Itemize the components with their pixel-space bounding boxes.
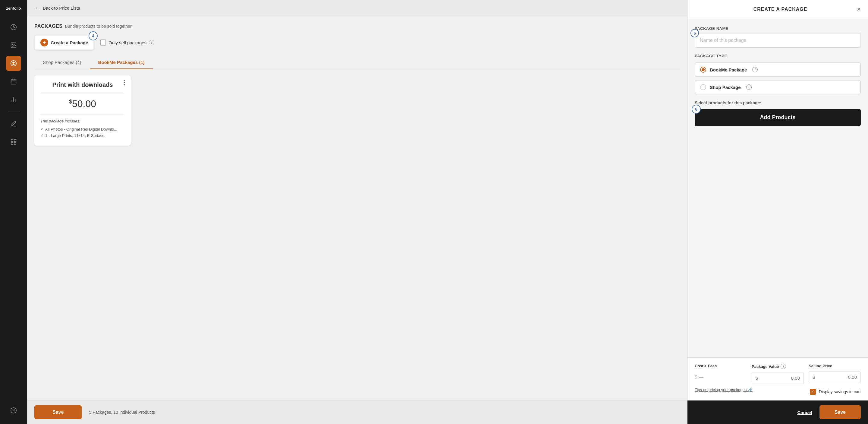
svg-rect-13 xyxy=(14,140,16,142)
tab-shop-packages[interactable]: Shop Packages (4) xyxy=(34,56,90,69)
gallery-icon[interactable] xyxy=(6,38,21,53)
package-name-input[interactable] xyxy=(695,33,861,48)
display-savings-label: Display savings in cart xyxy=(819,389,861,394)
modal-action-bar: Cancel Save xyxy=(687,400,868,424)
back-nav[interactable]: ← Back to Price Lists xyxy=(27,0,687,16)
packages-header: PACKAGES Bundle products to be sold toge… xyxy=(34,24,680,29)
shop-info-icon[interactable]: i xyxy=(746,85,752,90)
plus-icon: + xyxy=(40,39,48,47)
cost-value: $ — xyxy=(695,371,747,383)
pricing-row: Cost + Fees $ — Package Value i $ xyxy=(695,364,861,384)
bookme-radio[interactable] xyxy=(700,67,706,73)
selling-price-label: Selling Price xyxy=(809,364,861,368)
create-package-label: Create a Package xyxy=(51,40,88,45)
only-sell-info-icon[interactable]: i xyxy=(149,40,154,45)
package-value-input[interactable] xyxy=(759,375,800,381)
package-price: $50.00 xyxy=(40,98,125,110)
add-products-button[interactable]: Add Products xyxy=(695,109,861,126)
tips-link[interactable]: Tips on pricing your packages 🔗 xyxy=(695,388,752,392)
dashboard-icon[interactable] xyxy=(6,20,21,35)
bookme-option-label: BookMe Package xyxy=(710,67,747,72)
package-item-1-text: All Photos - Original Res Digital Downlo… xyxy=(45,127,117,131)
selling-price-col: Selling Price $ xyxy=(809,364,861,384)
only-sell-checkbox[interactable] xyxy=(100,39,106,46)
packages-title: PACKAGES xyxy=(34,24,63,29)
only-sell-packages-label[interactable]: Only sell packages i xyxy=(100,39,154,46)
selling-price-input-wrap: $ xyxy=(809,371,861,383)
analytics-icon[interactable] xyxy=(6,92,21,107)
tabs: Shop Packages (4) BookMe Packages (1) xyxy=(34,56,680,69)
package-value-info-icon[interactable]: i xyxy=(781,364,786,369)
display-savings-checkbox[interactable]: ✓ xyxy=(810,389,816,395)
package-item-1: ✓ All Photos - Original Res Digital Down… xyxy=(40,127,125,131)
modal-save-button[interactable]: Save xyxy=(819,405,861,419)
calendar-icon[interactable] xyxy=(6,74,21,89)
bookme-package-option[interactable]: BookMe Package i xyxy=(695,62,861,77)
sidebar: zenfolio xyxy=(0,0,27,424)
content-area: PACKAGES Bundle products to be sold toge… xyxy=(27,16,687,400)
modal-header: CREATE A PACKAGE × xyxy=(687,0,868,19)
checkmark-icon-2: ✓ xyxy=(40,133,43,138)
shop-package-option[interactable]: Shop Package i xyxy=(695,80,861,94)
packages-subtitle: Bundle products to be sold together. xyxy=(65,24,133,29)
sidebar-divider xyxy=(7,112,20,112)
svg-point-2 xyxy=(12,44,13,44)
package-card-name: Print with downloads xyxy=(40,82,125,93)
checkmark-icon-1: ✓ xyxy=(40,127,43,131)
price-value: 50.00 xyxy=(72,98,96,109)
package-includes-label: This package includes: xyxy=(40,119,125,123)
bottom-bar: Save 5 Packages, 10 Individual Products xyxy=(27,400,687,424)
cancel-button[interactable]: Cancel xyxy=(797,410,812,415)
pricing-section: Cost + Fees $ — Package Value i $ xyxy=(687,357,868,400)
shop-option-label: Shop Package xyxy=(710,85,741,90)
modal-title: CREATE A PACKAGE xyxy=(704,7,857,12)
svg-rect-5 xyxy=(11,79,16,85)
package-card-menu-icon[interactable]: ⋮ xyxy=(122,79,127,86)
svg-rect-12 xyxy=(11,140,13,142)
bookme-info-icon[interactable]: i xyxy=(752,67,758,72)
cost-fees-label: Cost + Fees xyxy=(695,364,747,368)
package-value-input-wrap: $ xyxy=(752,372,804,384)
bottom-info-text: 5 Packages, 10 Individual Products xyxy=(89,410,155,415)
modal-body: Package Name 5 Package Type BookMe Packa… xyxy=(687,19,868,357)
only-sell-text: Only sell packages xyxy=(108,40,147,45)
pricing-icon[interactable] xyxy=(6,56,21,71)
save-button[interactable]: Save xyxy=(34,405,82,419)
create-package-button[interactable]: + Create a Package 4 xyxy=(34,35,94,50)
main-content: ← Back to Price Lists PACKAGES Bundle pr… xyxy=(27,0,687,424)
modal-panel: CREATE A PACKAGE × Package Name 5 Packag… xyxy=(687,0,868,424)
cost-amount: — xyxy=(699,374,704,380)
modal-close-button[interactable]: × xyxy=(857,6,861,13)
svg-rect-15 xyxy=(14,143,16,145)
cost-fees-col: Cost + Fees $ — xyxy=(695,364,747,384)
package-name-label: Package Name xyxy=(695,26,861,31)
currency-symbol: $ xyxy=(69,99,72,104)
svg-rect-14 xyxy=(11,143,13,145)
widgets-icon[interactable] xyxy=(6,134,21,150)
step-6-badge: 6 xyxy=(692,104,701,114)
marketing-icon[interactable] xyxy=(6,116,21,131)
toolbar: + Create a Package 4 Only sell packages … xyxy=(34,35,680,50)
back-arrow-icon: ← xyxy=(34,5,40,11)
shop-radio[interactable] xyxy=(700,84,706,90)
back-nav-label: Back to Price Lists xyxy=(43,5,80,10)
package-item-2-text: 1 - Large Prints, 11x14, E-Surface xyxy=(45,133,104,138)
display-savings-row: ✓ Display savings in cart xyxy=(810,389,861,395)
selling-price-input[interactable] xyxy=(816,374,857,380)
package-type-label: Package Type xyxy=(695,54,861,58)
app-logo: zenfolio xyxy=(4,6,23,10)
package-value-label: Package Value i xyxy=(752,364,804,369)
select-products-label: Select products for this package: xyxy=(695,100,861,105)
help-icon[interactable] xyxy=(6,403,21,418)
step-4-badge: 4 xyxy=(89,31,98,40)
package-value-col: Package Value i $ xyxy=(752,364,804,384)
package-card: ⋮ Print with downloads $50.00 This packa… xyxy=(34,75,131,146)
tab-bookme-packages[interactable]: BookMe Packages (1) xyxy=(90,56,153,69)
package-item-2: ✓ 1 - Large Prints, 11x14, E-Surface xyxy=(40,133,125,138)
step-5-badge: 5 xyxy=(690,29,699,37)
